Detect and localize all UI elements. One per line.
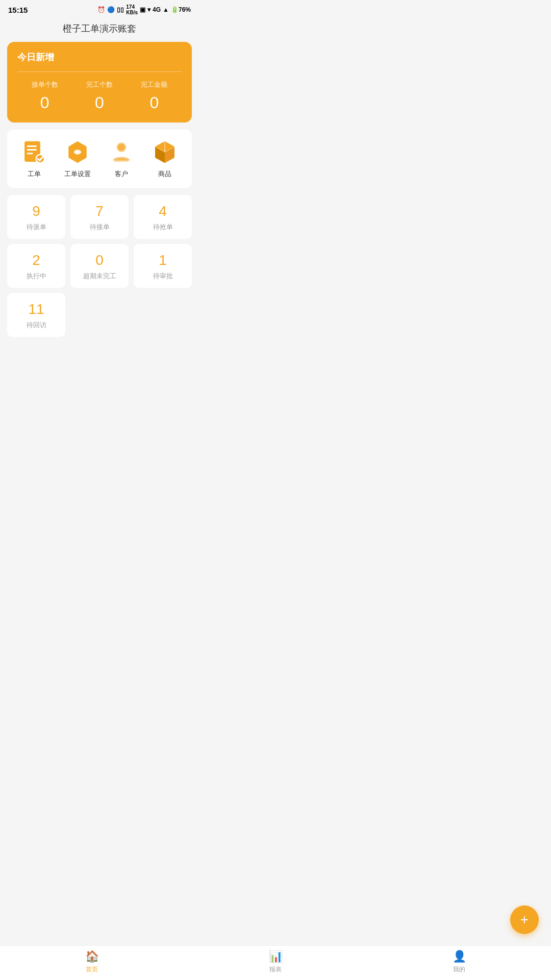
stat-card-daijie[interactable]: 7 待接单 — [70, 195, 129, 239]
stat-card-daipai[interactable]: 9 待派单 — [7, 195, 65, 239]
menu-item-customer[interactable]: 客户 — [108, 139, 135, 179]
menu-label-gongdan: 工单 — [28, 169, 41, 179]
stat-jiedan[interactable]: 接单个数 0 — [32, 80, 58, 112]
stat-card-daihui-label: 待回访 — [12, 321, 60, 330]
svg-rect-2 — [27, 149, 37, 151]
quick-menu: 工单 工单设置 客户 — [7, 130, 192, 188]
status-bar: 15:15 ⏰ 🔵 ▯▯ 174KB/s ▣ ▾ 4G ▲ 🔋76% — [0, 0, 199, 17]
stat-card-chaoque[interactable]: 0 超期未完工 — [70, 244, 129, 288]
stat-card-chaoque-value: 0 — [76, 252, 123, 268]
stat-card-zhixing[interactable]: 2 执行中 — [7, 244, 65, 288]
status-icons: ⏰ 🔵 ▯▯ 174KB/s ▣ ▾ 4G ▲ 🔋76% — [97, 4, 191, 15]
menu-item-gongdan[interactable]: 工单 — [21, 139, 47, 179]
svg-point-8 — [118, 143, 125, 151]
status-time: 15:15 — [8, 6, 28, 14]
gongdan-icon — [21, 139, 47, 165]
svg-rect-1 — [27, 145, 37, 147]
today-stats: 接单个数 0 完工个数 0 完工金额 0 — [17, 71, 182, 112]
stat-wangong[interactable]: 完工个数 0 — [86, 80, 113, 112]
stat-card-daijie-label: 待接单 — [76, 223, 123, 232]
menu-label-customer: 客户 — [115, 169, 128, 179]
stat-amount-label: 完工金额 — [141, 80, 167, 89]
customer-icon — [108, 139, 135, 165]
page-title: 橙子工单演示账套 — [0, 17, 199, 42]
settings-icon — [64, 139, 91, 165]
stat-wangong-value: 0 — [86, 93, 113, 112]
product-icon — [152, 139, 178, 165]
menu-item-product[interactable]: 商品 — [152, 139, 178, 179]
today-card: 今日新增 接单个数 0 完工个数 0 完工金额 0 — [7, 42, 192, 122]
stat-card-daiqiang-label: 待抢单 — [139, 223, 187, 232]
stat-card-daipai-label: 待派单 — [12, 223, 60, 232]
stat-card-daijie-value: 7 — [76, 203, 123, 219]
stat-card-daiqiang[interactable]: 4 待抢单 — [134, 195, 192, 239]
menu-label-product: 商品 — [158, 169, 171, 179]
stat-card-zhixing-value: 2 — [12, 252, 60, 268]
menu-label-settings: 工单设置 — [64, 169, 91, 179]
stat-amount[interactable]: 完工金额 0 — [141, 80, 167, 112]
svg-point-6 — [74, 150, 81, 154]
stat-card-daiqiang-value: 4 — [139, 203, 187, 219]
stat-wangong-label: 完工个数 — [86, 80, 113, 89]
stat-card-daipai-value: 9 — [12, 203, 60, 219]
stat-card-daihui[interactable]: 11 待回访 — [7, 293, 65, 337]
stat-jiedan-value: 0 — [32, 93, 58, 112]
stat-jiedan-label: 接单个数 — [32, 80, 58, 89]
svg-rect-3 — [27, 153, 33, 154]
stat-card-daishen-label: 待审批 — [139, 272, 187, 281]
stat-card-zhixing-label: 执行中 — [12, 272, 60, 281]
stat-card-daishen[interactable]: 1 待审批 — [134, 244, 192, 288]
stats-grid: 9 待派单 7 待接单 4 待抢单 2 执行中 0 超期未完工 1 待审批 11… — [7, 195, 192, 337]
menu-item-settings[interactable]: 工单设置 — [64, 139, 91, 179]
stat-card-chaoque-label: 超期未完工 — [76, 272, 123, 281]
today-card-title: 今日新增 — [17, 51, 182, 63]
stat-card-daihui-value: 11 — [12, 301, 60, 317]
stat-amount-value: 0 — [141, 93, 167, 112]
stat-card-daishen-value: 1 — [139, 252, 187, 268]
